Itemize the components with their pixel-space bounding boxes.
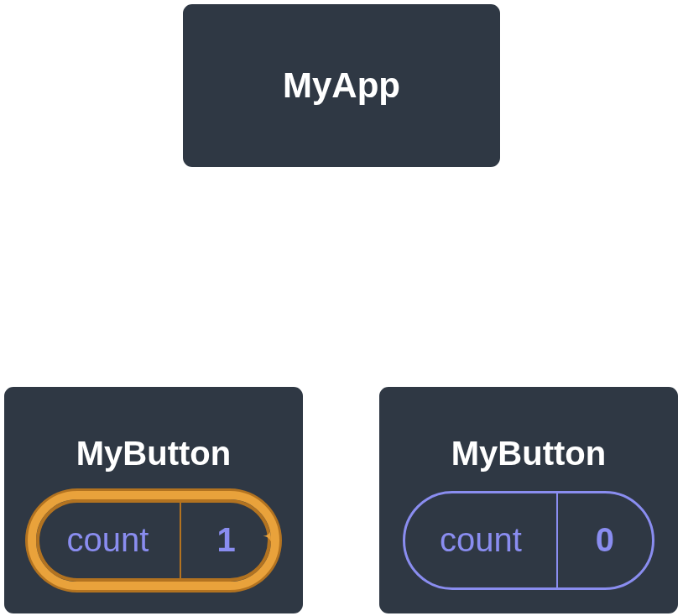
root-component-node: MyApp	[180, 2, 503, 170]
child-component-label: MyButton	[76, 435, 231, 472]
child-component-node-left: MyButton count 1 ✦ ✦	[2, 384, 305, 616]
state-value: 0	[558, 493, 652, 587]
root-component-label: MyApp	[283, 65, 400, 106]
state-pill-highlighted: count 1 ✦ ✦	[28, 491, 279, 590]
sparkle-icon: ✦	[265, 491, 279, 525]
state-key-label: count	[36, 499, 181, 582]
sparkle-icon: ✦	[262, 523, 279, 551]
child-component-label: MyButton	[451, 435, 606, 472]
child-component-node-right: MyButton count 0	[377, 384, 680, 616]
state-pill: count 0	[403, 491, 654, 590]
state-value: 1	[181, 499, 271, 582]
state-key-label: count	[405, 493, 558, 587]
